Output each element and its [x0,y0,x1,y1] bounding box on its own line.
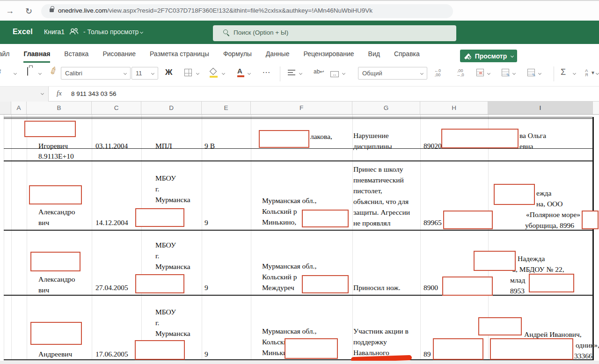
autosum-icon[interactable]: Σ [561,67,566,77]
tab-file[interactable]: Файл [0,49,9,63]
tab-review[interactable]: Рецензирование [303,49,354,63]
cell-r3-i-parent-line4[interactable]: 8953 [510,285,525,296]
format-painter-icon[interactable]: ✐ [48,64,60,78]
document-title[interactable]: Книга1 [44,28,65,36]
format-as-table-icon[interactable] [476,69,484,78]
cell-r3-h-phone[interactable]: 8900 [424,282,438,293]
cell-r4-i-parent-line3[interactable]: 33366 [574,350,592,361]
increase-decimal-icon[interactable]: ,00 →,0 [456,69,464,77]
cell-r4-h-phone[interactable]: 89 [424,349,431,359]
undo-icon[interactable]: ↺ [0,67,1,78]
tab-page-layout[interactable]: Разметка страницы [150,49,209,63]
cell-r1-b-patronymic[interactable]: Игоревич [38,140,68,151]
cell-r3-d-school[interactable]: МБОУ г. Мурманска [155,240,190,272]
formula-input[interactable]: 8 911 343 03 56 [71,90,117,97]
select-all-corner[interactable] [0,102,11,114]
cell-r1-f-address[interactable]: лакова, [310,131,332,142]
sort-filter-icon[interactable]: А Я [585,69,588,77]
cell-r1-c-birthdate[interactable]: 03.11.2004 [95,140,128,151]
column-header-d[interactable]: D [141,102,202,114]
search-box[interactable]: Поиск (Option + Ы) [213,25,456,41]
font-color-chevron-icon[interactable] [248,72,251,75]
reload-icon[interactable]: ↻ [25,6,32,16]
cell-r1-e-class[interactable]: 9 В [205,140,215,151]
paste-clipboard-icon[interactable] [27,67,28,76]
cell-r3-c-birthdate[interactable]: 27.04.2005 [95,282,128,293]
cell-styles-chevron-icon[interactable] [538,72,541,75]
cell-r2-i-parent-line2[interactable]: на, ООО [536,198,563,209]
font-size-select[interactable]: 11 [131,67,158,80]
cell-r1-g-incident[interactable]: Нарушение дисциплины [353,130,392,152]
column-header-b[interactable]: B [27,102,92,114]
cell-r2-i-parent-line1[interactable]: ежда [536,188,551,198]
column-header-e[interactable]: E [202,102,251,114]
align-chevron-icon[interactable] [299,72,302,75]
align-icon[interactable] [288,69,295,78]
merge-cells-icon[interactable]: ↔ [330,69,339,78]
conditional-formatting-icon[interactable] [502,69,509,78]
borders-icon[interactable] [184,69,192,78]
tab-formulas[interactable]: Формулы [223,49,252,63]
bold-button[interactable]: Ж [165,68,172,77]
cell-r2-c-birthdate[interactable]: 14.12.2004 [95,217,128,228]
column-header-i-selected[interactable]: I [488,102,593,114]
cell-r4-b-patronymic[interactable]: Андреевич [38,349,72,359]
tab-help[interactable]: Справка [394,49,420,63]
wrap-text-icon[interactable]: ab↩ [314,68,324,75]
tab-data[interactable]: Данные [266,49,290,63]
column-header-g[interactable]: G [352,102,420,114]
borders-chevron-icon[interactable] [196,72,199,75]
format-as-table-chevron-icon[interactable] [487,72,490,75]
url-text[interactable]: onedrive.live.com/view.aspx?resid=2F7C03… [58,7,373,14]
cell-r2-b-patronymic[interactable]: Александро вич [38,206,75,228]
spreadsheet-grid[interactable]: Игоревич 03.11.2004 МПЛ 9 В лакова, Нару… [0,115,599,364]
cell-r4-i-parent-line2[interactable]: одник», [576,340,599,350]
decrease-decimal-icon[interactable]: ←0 ,00 [434,69,441,77]
column-header-c[interactable]: C [92,102,141,114]
viewing-mode-button[interactable]: Просмотр [460,50,517,62]
cell-r2-d-school[interactable]: МБОУ г. Мурманска [155,173,190,205]
font-color-icon[interactable]: А [237,67,242,75]
tab-draw[interactable]: Рисование [102,49,136,63]
cell-r3-i-parent-line3[interactable]: млад [510,275,525,285]
cell-r1-h-phone[interactable]: 89020 [424,140,442,151]
cell-r1-d-school[interactable]: МПЛ [155,140,172,151]
undo-chevron-icon[interactable] [14,72,17,75]
cell-r4-e-class[interactable]: 9 [205,349,208,359]
merge-chevron-icon[interactable] [342,72,345,75]
conditional-formatting-chevron-icon[interactable] [512,72,516,75]
more-options-icon[interactable]: … [262,66,270,75]
cell-r4-g-incident[interactable]: Участник акции в поддержку Навального [353,326,409,358]
cell-styles-icon[interactable] [527,69,535,78]
tab-insert[interactable]: Вставка [64,49,88,63]
forward-icon[interactable]: → [6,6,14,16]
cell-r3-b-patronymic[interactable]: Александро вич [38,274,75,295]
view-only-mode-label[interactable]: - Только просмотр [83,28,143,36]
paste-chevron-icon[interactable] [38,72,42,75]
number-format-select[interactable]: Общий [358,67,427,80]
filter-funnel-icon[interactable]: ▼ [591,70,595,75]
sort-chevron-icon[interactable] [596,72,599,75]
cell-r2-i-parent-line4[interactable]: уборщица, 8996 [525,220,574,231]
fill-color-chevron-icon[interactable] [222,72,225,75]
cell-r2-h-phone[interactable]: 89965 [424,217,442,228]
tab-view[interactable]: Вид [368,49,380,63]
cell-r3-e-class[interactable]: 9 [205,282,208,293]
font-name-select[interactable]: Calibri [61,67,131,80]
name-box[interactable] [0,87,49,102]
cell-r4-c-birthdate[interactable]: 17.06.2005 [95,349,128,359]
cell-r1b-phone-scientific[interactable]: 8.9113E+10 [38,151,74,161]
autosum-chevron-icon[interactable] [573,72,576,75]
cell-r3-i-parent-line2[interactable]: а, МБДОУ № 22, [512,264,564,275]
cell-r2-e-class[interactable]: 9 [205,217,208,228]
cell-r2-i-parent-line3[interactable]: «Полярное море» [526,209,580,220]
column-header-f[interactable]: F [251,102,352,114]
cell-r4-d-school[interactable]: МБОУ г. Мурманска [155,306,190,339]
url-omnibox[interactable]: onedrive.live.com/view.aspx?resid=2F7C03… [41,4,453,18]
cell-r3-i-parent-line1[interactable]: Надежда [518,253,545,264]
column-header-a[interactable]: A [11,102,27,114]
cell-r3-g-incident[interactable]: Приносил нож. [353,282,401,293]
tab-home[interactable]: Главная [23,49,50,63]
column-header-h[interactable]: H [420,102,488,114]
cell-r1-i-parent[interactable]: ва Ольга евна [519,130,546,152]
